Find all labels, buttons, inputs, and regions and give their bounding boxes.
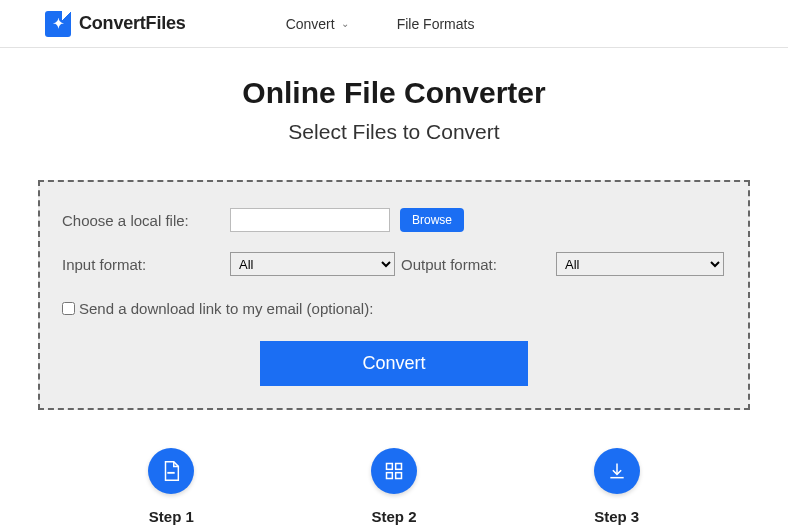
nav-convert[interactable]: Convert ⌄ <box>286 16 349 32</box>
convert-wrap: Convert <box>62 341 726 386</box>
input-format-select[interactable]: All <box>230 252 395 276</box>
step-2-label: Step 2 <box>371 508 416 525</box>
chevron-down-icon: ⌄ <box>341 18 349 29</box>
file-row: Choose a local file: Browse <box>62 208 726 232</box>
email-label: Send a download link to my email (option… <box>79 300 373 317</box>
svg-rect-3 <box>386 473 392 479</box>
logo-glyph: ✦ <box>53 17 64 30</box>
nav-formats-label: File Formats <box>397 16 475 32</box>
format-row: Input format: All Output format: All <box>62 252 726 276</box>
page-title: Online File Converter <box>0 76 788 110</box>
svg-rect-1 <box>386 464 392 470</box>
file-icon <box>148 448 194 494</box>
step-3-label: Step 3 <box>594 508 639 525</box>
output-format-label: Output format: <box>401 256 556 273</box>
page-subtitle: Select Files to Convert <box>0 120 788 144</box>
logo-text: ConvertFiles <box>79 13 186 34</box>
header: ✦ ConvertFiles Convert ⌄ File Formats <box>0 0 788 48</box>
svg-rect-0 <box>168 472 175 474</box>
step-2: Step 2 <box>371 448 417 525</box>
steps: Step 1 Step 2 Step 3 <box>60 448 728 525</box>
output-format-select[interactable]: All <box>556 252 724 276</box>
nav: Convert ⌄ File Formats <box>286 16 475 32</box>
step-1-label: Step 1 <box>149 508 194 525</box>
convert-button[interactable]: Convert <box>260 341 528 386</box>
svg-rect-2 <box>396 464 402 470</box>
upload-panel: Choose a local file: Browse Input format… <box>38 180 750 410</box>
browse-button[interactable]: Browse <box>400 208 464 232</box>
choose-file-label: Choose a local file: <box>62 212 230 229</box>
email-checkbox[interactable] <box>62 302 75 315</box>
logo[interactable]: ✦ ConvertFiles <box>45 11 186 37</box>
main: Online File Converter Select Files to Co… <box>0 48 788 525</box>
svg-rect-4 <box>396 473 402 479</box>
step-1: Step 1 <box>148 448 194 525</box>
input-format-label: Input format: <box>62 256 230 273</box>
logo-icon: ✦ <box>45 11 71 37</box>
email-row: Send a download link to my email (option… <box>62 300 726 317</box>
file-input[interactable] <box>230 208 390 232</box>
step-3: Step 3 <box>594 448 640 525</box>
nav-file-formats[interactable]: File Formats <box>397 16 475 32</box>
nav-convert-label: Convert <box>286 16 335 32</box>
download-icon <box>594 448 640 494</box>
grid-icon <box>371 448 417 494</box>
